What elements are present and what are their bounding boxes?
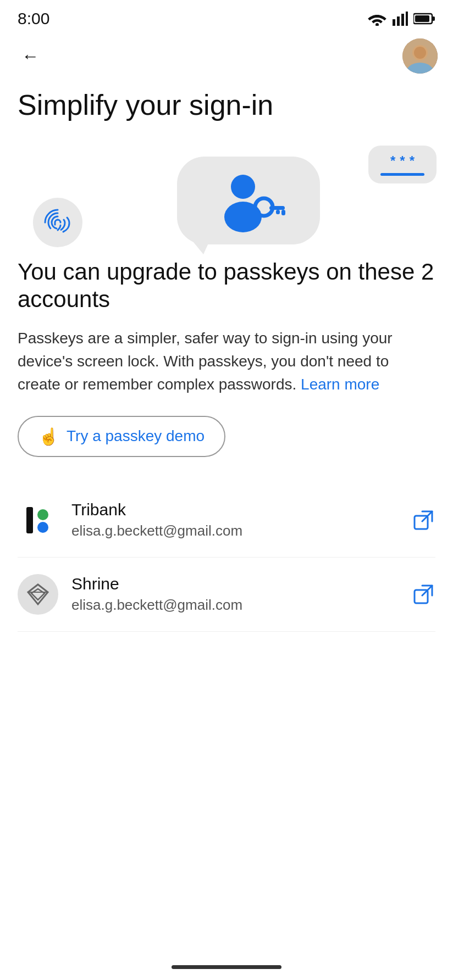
back-arrow-icon: ←: [21, 47, 39, 65]
tribank-email: elisa.g.beckett@gmail.com: [71, 522, 411, 539]
tribank-logo-icon: [23, 503, 53, 538]
svg-rect-2: [397, 16, 400, 26]
svg-rect-7: [415, 15, 429, 22]
hand-icon: ☝: [38, 427, 59, 446]
status-bar: 8:00: [0, 0, 453, 33]
battery-icon: [413, 13, 435, 25]
svg-rect-4: [406, 12, 408, 26]
back-button[interactable]: ←: [15, 41, 45, 71]
nav-bar: ←: [0, 33, 453, 83]
pwd-dot-2: *: [400, 153, 405, 169]
shrine-email: elisa.g.beckett@gmail.com: [71, 597, 411, 614]
account-item-shrine[interactable]: Shrine elisa.g.beckett@gmail.com: [18, 558, 435, 632]
main-heading: You can upgrade to passkeys on these 2 a…: [18, 258, 435, 314]
svg-point-11: [414, 47, 426, 59]
demo-button-label: Try a passkey demo: [67, 427, 205, 445]
password-line: [380, 173, 424, 176]
svg-rect-1: [393, 19, 395, 26]
main-content: You can upgrade to passkeys on these 2 a…: [0, 258, 453, 632]
account-list: Tribank elisa.g.beckett@gmail.com: [18, 483, 435, 632]
svg-point-19: [37, 509, 48, 520]
svg-rect-15: [269, 206, 285, 210]
bottom-nav-indicator: [172, 965, 281, 969]
tribank-logo: [18, 500, 58, 541]
status-time: 8:00: [18, 9, 49, 28]
svg-point-0: [375, 23, 379, 26]
svg-rect-18: [26, 507, 33, 533]
status-icons: [367, 12, 435, 26]
hero-illustration: * * *: [0, 137, 453, 258]
try-passkey-demo-button[interactable]: ☝ Try a passkey demo: [18, 416, 225, 457]
tribank-name: Tribank: [71, 500, 411, 519]
learn-more-link[interactable]: Learn more: [301, 376, 379, 393]
svg-point-12: [231, 175, 255, 199]
shrine-external-link-icon[interactable]: [411, 582, 435, 606]
svg-rect-3: [401, 14, 404, 26]
pwd-dot-1: *: [390, 153, 395, 169]
svg-rect-16: [281, 210, 285, 215]
password-dots: * * *: [390, 153, 415, 169]
shrine-external-link-svg: [413, 584, 433, 604]
signal-icon: [393, 12, 408, 26]
avatar[interactable]: [402, 38, 438, 74]
svg-rect-17: [276, 210, 280, 214]
wifi-icon: [367, 12, 387, 26]
shrine-logo: [18, 574, 58, 615]
tribank-external-link-icon[interactable]: [411, 508, 435, 532]
svg-point-20: [37, 522, 48, 533]
fingerprint-bubble: [33, 198, 82, 247]
fingerprint-icon: [43, 208, 73, 237]
description: Passkeys are a simpler, safer way to sig…: [18, 327, 435, 396]
pwd-dot-3: *: [410, 153, 415, 169]
person-key-icon: [210, 168, 287, 233]
page-title: Simplify your sign-in: [0, 83, 453, 137]
tribank-info: Tribank elisa.g.beckett@gmail.com: [71, 500, 411, 539]
shrine-info: Shrine elisa.g.beckett@gmail.com: [71, 575, 411, 614]
external-link-svg: [413, 510, 433, 530]
account-item-tribank[interactable]: Tribank elisa.g.beckett@gmail.com: [18, 483, 435, 558]
svg-marker-22: [28, 584, 48, 604]
svg-rect-6: [432, 16, 435, 21]
shrine-name: Shrine: [71, 575, 411, 593]
person-key-bubble: [177, 157, 320, 244]
shrine-logo-icon: [25, 581, 51, 608]
password-bubble: * * *: [368, 146, 437, 183]
avatar-image: [402, 38, 438, 74]
